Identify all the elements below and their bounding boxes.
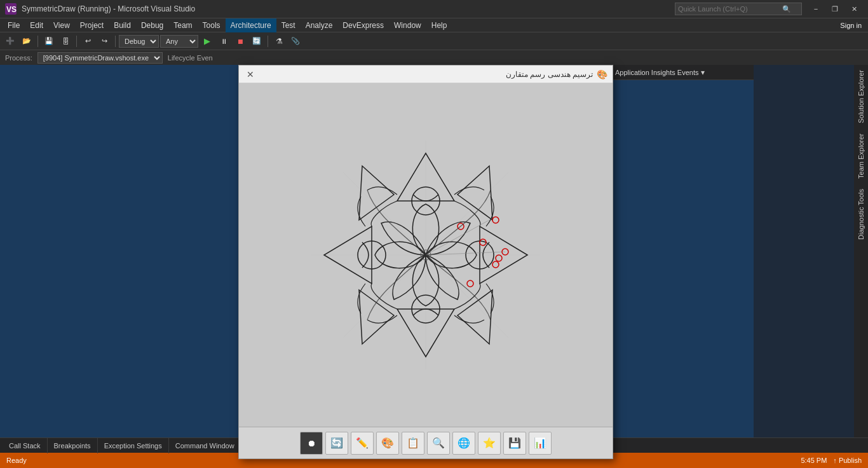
float-tool-color[interactable]: 🎨 [376,432,399,455]
svg-marker-7 [458,166,492,220]
float-close-button[interactable]: ✕ [244,68,257,81]
debug-platform-dropdown[interactable]: Any [160,35,198,48]
float-canvas-area[interactable] [239,83,613,427]
pause-button[interactable]: ⏸ [216,34,231,48]
status-text: Ready [6,457,27,464]
menu-bar: File Edit View Project Build Debug Team … [0,18,868,32]
float-tool-clipboard[interactable]: 📋 [402,432,424,455]
toolbar-new[interactable]: ➕ [3,34,18,48]
publish-button[interactable]: ↑ Publish [833,457,862,464]
toolbar-sep1 [37,36,38,47]
right-panel [754,65,868,437]
float-tool-globe[interactable]: 🌐 [452,432,475,455]
search-icon: 🔍 [782,5,791,13]
float-app-icon: 🎨 [597,69,607,79]
app-insights-dropdown[interactable]: ▾ [701,68,705,77]
float-title-label: ترسیم هندسی رسم متقارن [506,70,593,79]
float-tool-edit[interactable]: ✏️ [351,432,374,455]
restart-button[interactable]: 🔄 [249,34,264,48]
menu-tools[interactable]: Tools [198,18,226,32]
float-tool-record[interactable]: ⏺ [300,432,323,455]
menu-file[interactable]: File [3,18,25,32]
quick-launch-input[interactable] [678,5,780,13]
float-tool-chart[interactable]: 📊 [529,432,552,455]
process-dropdown[interactable]: [9904] SymmetricDraw.vshost.exe [37,52,163,64]
start-debug-button[interactable]: ▶ [200,34,215,48]
tab-command-window[interactable]: Command Window [169,438,241,453]
float-title-bar: ✕ 🎨 ترسیم هندسی رسم متقارن [239,65,613,83]
status-right: 5:45 PM ↑ Publish [801,457,862,464]
main-area: Application Insights Events ▾ ✕ 🎨 ترسیم … [0,65,868,437]
process-label: Process: [5,54,32,62]
attach-button[interactable]: 📎 [288,34,303,48]
toolbar: ➕ 📂 💾 🗄 ↩ ↪ Debug Any ▶ ⏸ ⏹ 🔄 ⚗ 📎 [0,32,868,50]
quick-launch-search[interactable]: 🔍 [675,3,802,15]
diagnostic-tools-tab[interactable]: Diagnostic Tools [855,184,867,245]
float-tool-search[interactable]: 🔍 [427,432,450,455]
menu-build[interactable]: Build [109,18,136,32]
toolbar-sep3 [115,36,116,47]
solution-explorer-tab[interactable]: Solution Explorer [855,65,867,128]
menu-analyze[interactable]: Analyze [301,18,338,32]
window-controls: − ❐ ✕ [807,3,863,15]
toolbar-sep4 [268,36,268,47]
restore-button[interactable]: ❐ [826,3,844,15]
float-tool-save[interactable]: 💾 [503,432,526,455]
side-tabs-panel: Solution Explorer Team Explorer Diagnost… [854,65,868,437]
float-window: ✕ 🎨 ترسیم هندسی رسم متقارن [238,65,613,459]
menu-architecture[interactable]: Architecture [226,18,276,32]
float-tool-star[interactable]: ⭐ [478,432,501,455]
menu-team[interactable]: Team [168,18,197,32]
menu-devexpress[interactable]: DevExpress [337,18,389,32]
toolbar-undo[interactable]: ↩ [80,34,95,48]
filter-button[interactable]: ⚗ [271,34,287,48]
svg-marker-13 [359,166,394,220]
close-button[interactable]: ✕ [845,3,863,15]
svg-marker-11 [359,290,394,344]
title-bar: VS SymmetricDraw (Running) - Microsoft V… [0,0,868,18]
minimize-button[interactable]: − [807,3,825,15]
menu-view[interactable]: View [48,18,75,32]
toolbar-save-all[interactable]: 💾 [41,34,57,48]
tab-call-stack[interactable]: Call Stack [3,438,48,453]
status-time: 5:45 PM [801,457,827,464]
process-bar: Process: [9904] SymmetricDraw.vshost.exe… [0,50,868,65]
svg-point-27 [492,217,499,223]
menu-window[interactable]: Window [389,18,426,32]
menu-debug[interactable]: Debug [136,18,168,32]
menu-edit[interactable]: Edit [25,18,48,32]
team-explorer-tab[interactable]: Team Explorer [855,128,867,184]
geometric-drawing [273,102,578,408]
toolbar-open[interactable]: 📂 [19,34,34,48]
svg-point-25 [496,255,502,261]
menu-project[interactable]: Project [75,18,109,32]
toolbar-save[interactable]: 🗄 [58,34,73,48]
vs-logo: VS [5,3,17,15]
tab-breakpoints[interactable]: Breakpoints [48,438,98,453]
float-bottom-toolbar: ⏺ 🔄 ✏️ 🎨 📋 🔍 🌐 ⭐ 💾 📊 [239,427,613,458]
float-tool-refresh[interactable]: 🔄 [325,432,348,455]
debug-config-dropdown[interactable]: Debug [119,35,159,48]
svg-point-28 [467,280,473,287]
toolbar-sep2 [76,36,77,47]
lifecycle-events: Lifecycle Even [168,54,213,62]
title-bar-text: SymmetricDraw (Running) - Microsoft Visu… [22,4,670,13]
tab-exception-settings[interactable]: Exception Settings [98,438,169,453]
svg-point-24 [492,261,499,268]
sign-in-button[interactable]: Sign in [836,20,865,31]
svg-marker-9 [458,290,492,344]
float-title-text: 🎨 ترسیم هندسی رسم متقارن [506,69,607,79]
app-insights-label: Application Insights Events [615,69,698,76]
toolbar-redo[interactable]: ↪ [97,34,112,48]
menu-help[interactable]: Help [426,18,452,32]
menu-test[interactable]: Test [276,18,301,32]
stop-button[interactable]: ⏹ [233,34,248,48]
svg-text:VS: VS [6,5,17,14]
